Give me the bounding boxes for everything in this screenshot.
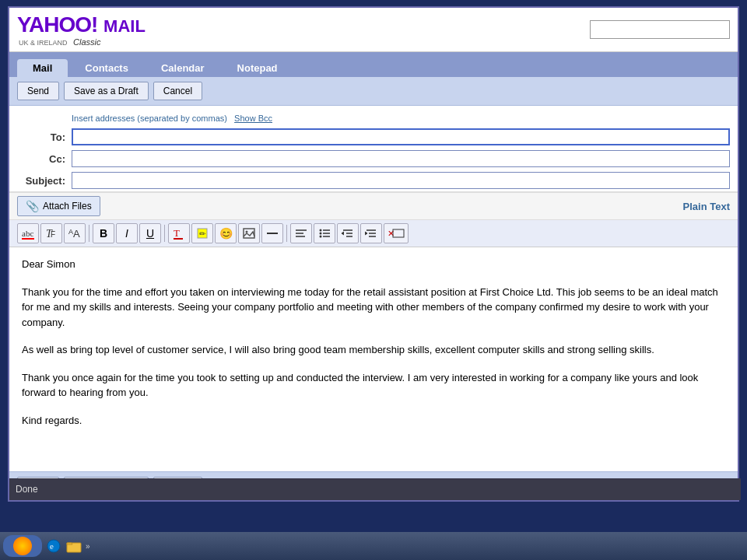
tab-notepad[interactable]: Notepad: [222, 59, 293, 77]
hr-button[interactable]: [261, 223, 283, 243]
font-button[interactable]: TF: [40, 223, 62, 243]
email-body[interactable]: Dear Simon Thank you for the time and ef…: [9, 247, 738, 465]
taskbar-dots: »: [86, 542, 90, 551]
toolbar-separator-1: [89, 225, 89, 242]
subject-row: Subject:: [9, 170, 738, 192]
start-button[interactable]: [3, 535, 42, 557]
text-color-button[interactable]: T: [168, 223, 190, 243]
top-toolbar: Send Save as a Draft Cancel: [9, 77, 738, 106]
svg-text:e: e: [50, 541, 54, 551]
send-button[interactable]: Send: [17, 82, 59, 100]
cc-label: Cc:: [17, 153, 72, 165]
svg-point-11: [246, 231, 248, 233]
taskbar: e »: [0, 532, 747, 560]
to-label: To:: [17, 131, 72, 143]
align-left-button[interactable]: [290, 223, 312, 243]
windows-logo: [13, 537, 32, 555]
svg-text:A: A: [73, 228, 80, 240]
bold-button[interactable]: B: [93, 223, 114, 243]
svg-text:T: T: [174, 227, 180, 239]
svg-text:✏: ✏: [199, 229, 206, 238]
compose-area: Insert addresses (separated by commas) S…: [9, 106, 738, 471]
clear-format-button[interactable]: ✕: [384, 223, 409, 243]
svg-text:abc: abc: [22, 229, 33, 238]
paragraph-1: Thank you for the time and effort you ta…: [22, 285, 725, 331]
tab-calendar[interactable]: Calendar: [146, 59, 220, 77]
toolbar-separator-3: [286, 225, 287, 242]
search-input[interactable]: [590, 20, 730, 39]
indent-right-button[interactable]: [360, 223, 382, 243]
plain-text-link[interactable]: Plain Text: [683, 201, 730, 212]
uk-ireland-text: UK & IRELAND Classic: [19, 37, 146, 47]
svg-rect-29: [393, 229, 404, 237]
tab-mail[interactable]: Mail: [17, 59, 68, 77]
attach-row: 📎 Attach Files Plain Text: [9, 192, 738, 220]
list-button[interactable]: [314, 223, 335, 243]
spellcheck-button[interactable]: abc: [17, 223, 39, 243]
folder-icon[interactable]: [65, 537, 82, 555]
status-text: Done: [16, 484, 38, 495]
svg-text:F: F: [51, 230, 55, 239]
nav-tabs: Mail Contacts Calendar Notepad: [9, 52, 738, 77]
paperclip-icon: 📎: [26, 200, 39, 212]
ie-icon[interactable]: e: [45, 537, 62, 555]
classic-label: Classic: [73, 37, 100, 47]
cc-row: Cc:: [9, 148, 738, 170]
paragraph-4: Kind regards.: [22, 413, 725, 429]
header: YAHOO! MAIL UK & IRELAND Classic: [9, 8, 738, 52]
yahoo-text: YAHOO!: [17, 12, 97, 37]
subject-label: Subject:: [17, 175, 72, 187]
font-size-button[interactable]: AA: [64, 223, 86, 243]
format-toolbar: abc TF AA B I U T ✏: [9, 220, 738, 247]
svg-point-18: [320, 233, 322, 235]
save-draft-button[interactable]: Save as a Draft: [64, 82, 149, 100]
toolbar-separator-2: [164, 225, 165, 242]
show-bcc-link[interactable]: Show Bcc: [234, 114, 272, 123]
to-row: To:: [9, 126, 738, 148]
mail-text: MAIL: [103, 16, 146, 36]
attach-files-label: Attach Files: [43, 201, 92, 212]
tab-contacts[interactable]: Contacts: [69, 59, 144, 77]
cancel-button[interactable]: Cancel: [153, 82, 202, 100]
svg-text:✕: ✕: [388, 229, 395, 238]
attach-files-button[interactable]: 📎 Attach Files: [17, 196, 100, 216]
yahoo-logo: YAHOO! MAIL UK & IRELAND Classic: [17, 12, 146, 47]
highlight-button[interactable]: ✏: [191, 223, 213, 243]
paragraph-2: As well as bring top level of customer s…: [22, 342, 725, 358]
image-button[interactable]: [238, 223, 260, 243]
salutation: Dear Simon: [22, 257, 725, 272]
statusbar: Done: [9, 478, 741, 500]
svg-point-20: [320, 236, 322, 238]
address-hint: Insert addresses (separated by commas) S…: [9, 112, 738, 126]
subject-input[interactable]: [72, 172, 730, 189]
svg-point-16: [320, 229, 322, 232]
paragraph-3: Thank you once again for the time you to…: [22, 370, 725, 401]
emoji-button[interactable]: 😊: [215, 223, 237, 243]
indent-left-button[interactable]: [337, 223, 359, 243]
underline-button[interactable]: U: [139, 223, 161, 243]
italic-button[interactable]: I: [116, 223, 138, 243]
to-input[interactable]: [72, 128, 730, 145]
cc-input[interactable]: [72, 150, 730, 167]
